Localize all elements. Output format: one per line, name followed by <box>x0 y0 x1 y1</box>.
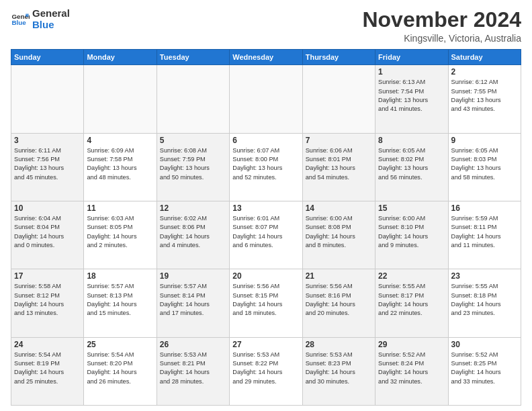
calendar-table: SundayMondayTuesdayWednesdayThursdayFrid… <box>11 49 521 406</box>
day-info: Sunrise: 5:56 AM Sunset: 8:15 PM Dayligh… <box>232 282 299 318</box>
logo: General Blue General Blue <box>11 8 70 30</box>
day-info: Sunrise: 6:12 AM Sunset: 7:55 PM Dayligh… <box>451 78 518 113</box>
calendar-cell: 29Sunrise: 5:52 AM Sunset: 8:24 PM Dayli… <box>375 337 448 405</box>
day-number: 16 <box>451 203 518 213</box>
calendar-cell: 6Sunrise: 6:07 AM Sunset: 8:00 PM Daylig… <box>230 133 302 201</box>
day-number: 27 <box>232 340 299 349</box>
logo-icon: General Blue <box>11 10 30 29</box>
calendar-cell: 15Sunrise: 6:00 AM Sunset: 8:10 PM Dayli… <box>375 201 448 269</box>
calendar-cell <box>84 65 157 133</box>
calendar-cell: 2Sunrise: 6:12 AM Sunset: 7:55 PM Daylig… <box>448 65 521 133</box>
calendar-cell: 28Sunrise: 5:53 AM Sunset: 8:23 PM Dayli… <box>302 337 375 405</box>
day-number: 28 <box>306 340 372 349</box>
day-info: Sunrise: 5:59 AM Sunset: 8:11 PM Dayligh… <box>451 214 518 250</box>
calendar-cell: 30Sunrise: 5:52 AM Sunset: 8:25 PM Dayli… <box>448 337 521 405</box>
day-info: Sunrise: 6:01 AM Sunset: 8:07 PM Dayligh… <box>232 214 299 250</box>
day-info: Sunrise: 5:52 AM Sunset: 8:24 PM Dayligh… <box>378 351 445 386</box>
day-number: 8 <box>378 136 445 145</box>
calendar-week-1: 3Sunrise: 6:11 AM Sunset: 7:56 PM Daylig… <box>11 133 521 201</box>
day-info: Sunrise: 6:07 AM Sunset: 8:00 PM Dayligh… <box>232 146 299 182</box>
calendar-cell <box>11 65 84 133</box>
day-info: Sunrise: 5:58 AM Sunset: 8:12 PM Dayligh… <box>14 282 81 318</box>
day-info: Sunrise: 5:57 AM Sunset: 8:14 PM Dayligh… <box>160 282 226 318</box>
calendar-week-3: 17Sunrise: 5:58 AM Sunset: 8:12 PM Dayli… <box>11 269 521 337</box>
calendar-header-tuesday: Tuesday <box>157 50 229 65</box>
calendar-cell: 14Sunrise: 6:00 AM Sunset: 8:08 PM Dayli… <box>302 201 375 269</box>
day-info: Sunrise: 6:06 AM Sunset: 8:01 PM Dayligh… <box>306 146 372 182</box>
day-number: 6 <box>232 136 299 145</box>
day-info: Sunrise: 5:53 AM Sunset: 8:23 PM Dayligh… <box>306 351 372 386</box>
day-info: Sunrise: 6:04 AM Sunset: 8:04 PM Dayligh… <box>14 214 81 250</box>
calendar-cell <box>302 65 375 133</box>
day-number: 11 <box>87 203 153 213</box>
day-info: Sunrise: 6:09 AM Sunset: 7:58 PM Dayligh… <box>87 146 153 182</box>
day-info: Sunrise: 6:03 AM Sunset: 8:05 PM Dayligh… <box>87 214 153 250</box>
calendar-cell: 7Sunrise: 6:06 AM Sunset: 8:01 PM Daylig… <box>302 133 375 201</box>
calendar-header-friday: Friday <box>375 50 448 65</box>
location-title: Kingsville, Victoria, Australia <box>362 33 521 44</box>
day-number: 13 <box>232 203 299 213</box>
calendar-cell: 13Sunrise: 6:01 AM Sunset: 8:07 PM Dayli… <box>230 201 302 269</box>
calendar-header-monday: Monday <box>84 50 157 65</box>
calendar-cell: 1Sunrise: 6:13 AM Sunset: 7:54 PM Daylig… <box>375 65 448 133</box>
day-info: Sunrise: 5:55 AM Sunset: 8:18 PM Dayligh… <box>451 282 518 318</box>
calendar-week-4: 24Sunrise: 5:54 AM Sunset: 8:19 PM Dayli… <box>11 337 521 405</box>
calendar-cell: 20Sunrise: 5:56 AM Sunset: 8:15 PM Dayli… <box>230 269 302 337</box>
day-info: Sunrise: 5:53 AM Sunset: 8:22 PM Dayligh… <box>232 351 299 386</box>
day-info: Sunrise: 5:54 AM Sunset: 8:20 PM Dayligh… <box>87 351 153 386</box>
day-info: Sunrise: 6:00 AM Sunset: 8:10 PM Dayligh… <box>378 214 445 250</box>
day-number: 17 <box>14 271 81 281</box>
day-info: Sunrise: 6:00 AM Sunset: 8:08 PM Dayligh… <box>306 214 372 250</box>
day-number: 12 <box>160 203 226 213</box>
calendar-cell: 18Sunrise: 5:57 AM Sunset: 8:13 PM Dayli… <box>84 269 157 337</box>
calendar-cell: 26Sunrise: 5:53 AM Sunset: 8:21 PM Dayli… <box>157 337 229 405</box>
day-number: 4 <box>87 136 153 145</box>
day-number: 1 <box>378 67 445 77</box>
calendar-cell: 23Sunrise: 5:55 AM Sunset: 8:18 PM Dayli… <box>448 269 521 337</box>
calendar-cell <box>230 65 302 133</box>
calendar-cell <box>157 65 229 133</box>
day-number: 14 <box>306 203 372 213</box>
calendar-cell: 22Sunrise: 5:55 AM Sunset: 8:17 PM Dayli… <box>375 269 448 337</box>
calendar-header-saturday: Saturday <box>448 50 521 65</box>
day-number: 25 <box>87 340 153 349</box>
day-number: 7 <box>306 136 372 145</box>
calendar-cell: 16Sunrise: 5:59 AM Sunset: 8:11 PM Dayli… <box>448 201 521 269</box>
day-info: Sunrise: 5:56 AM Sunset: 8:16 PM Dayligh… <box>306 282 372 318</box>
day-number: 22 <box>378 271 445 281</box>
calendar-cell: 11Sunrise: 6:03 AM Sunset: 8:05 PM Dayli… <box>84 201 157 269</box>
day-info: Sunrise: 6:05 AM Sunset: 8:03 PM Dayligh… <box>451 146 518 182</box>
day-number: 20 <box>232 271 299 281</box>
calendar-header-sunday: Sunday <box>11 50 84 65</box>
day-info: Sunrise: 5:53 AM Sunset: 8:21 PM Dayligh… <box>160 351 226 386</box>
day-number: 9 <box>451 136 518 145</box>
day-number: 10 <box>14 203 81 213</box>
calendar-header-row: SundayMondayTuesdayWednesdayThursdayFrid… <box>11 50 521 65</box>
calendar-cell: 9Sunrise: 6:05 AM Sunset: 8:03 PM Daylig… <box>448 133 521 201</box>
page: General Blue General Blue November 2024 … <box>0 0 532 411</box>
calendar-week-0: 1Sunrise: 6:13 AM Sunset: 7:54 PM Daylig… <box>11 65 521 133</box>
day-number: 19 <box>160 271 226 281</box>
logo-line2: Blue <box>32 19 70 31</box>
day-info: Sunrise: 6:05 AM Sunset: 8:02 PM Dayligh… <box>378 146 445 182</box>
calendar-header-wednesday: Wednesday <box>230 50 302 65</box>
calendar-cell: 8Sunrise: 6:05 AM Sunset: 8:02 PM Daylig… <box>375 133 448 201</box>
calendar-cell: 27Sunrise: 5:53 AM Sunset: 8:22 PM Dayli… <box>230 337 302 405</box>
day-number: 2 <box>451 67 518 77</box>
logo-line1: General <box>32 8 70 19</box>
title-block: November 2024 Kingsville, Victoria, Aust… <box>362 8 521 44</box>
day-number: 24 <box>14 340 81 349</box>
day-number: 5 <box>160 136 226 145</box>
calendar-cell: 5Sunrise: 6:08 AM Sunset: 7:59 PM Daylig… <box>157 133 229 201</box>
day-info: Sunrise: 6:11 AM Sunset: 7:56 PM Dayligh… <box>14 146 81 182</box>
header: General Blue General Blue November 2024 … <box>11 8 521 44</box>
day-info: Sunrise: 5:52 AM Sunset: 8:25 PM Dayligh… <box>451 351 518 386</box>
calendar-header-thursday: Thursday <box>302 50 375 65</box>
calendar-cell: 12Sunrise: 6:02 AM Sunset: 8:06 PM Dayli… <box>157 201 229 269</box>
day-number: 26 <box>160 340 226 349</box>
day-info: Sunrise: 5:55 AM Sunset: 8:17 PM Dayligh… <box>378 282 445 318</box>
day-info: Sunrise: 6:13 AM Sunset: 7:54 PM Dayligh… <box>378 78 445 113</box>
day-number: 18 <box>87 271 153 281</box>
calendar-cell: 3Sunrise: 6:11 AM Sunset: 7:56 PM Daylig… <box>11 133 84 201</box>
day-number: 3 <box>14 136 81 145</box>
